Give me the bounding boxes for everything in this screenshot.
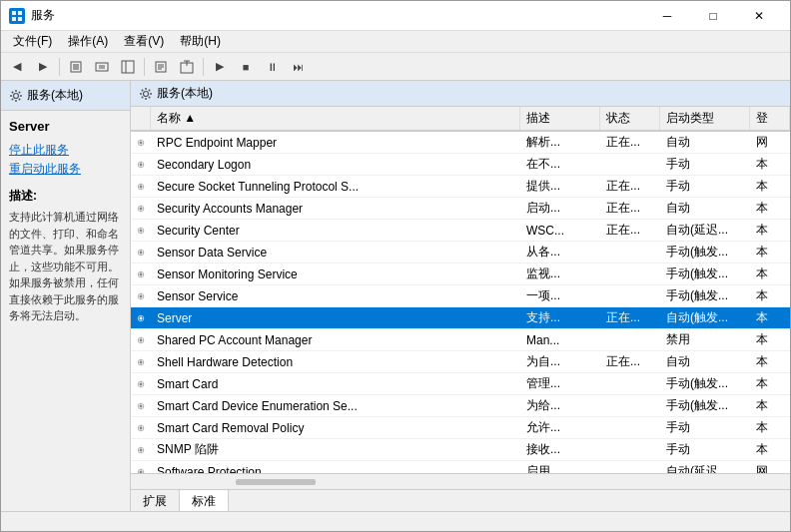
row-desc: 监视... xyxy=(520,264,600,284)
menu-help[interactable]: 帮助(H) xyxy=(172,31,229,52)
row-startup: 手动(触发... xyxy=(660,264,750,284)
table-row[interactable]: Secure Socket Tunneling Protocol S...提供.… xyxy=(131,176,790,198)
svg-rect-3 xyxy=(18,17,22,21)
row-status xyxy=(600,461,660,473)
row-logon: 本 xyxy=(750,176,790,197)
table-row[interactable]: Security Accounts Manager启动...正在...自动本 xyxy=(131,198,790,220)
table-row[interactable]: Server支持...正在...自动(触发...本 xyxy=(131,307,790,329)
left-panel-title: 服务(本地) xyxy=(27,87,83,104)
row-startup: 自动 xyxy=(660,132,750,153)
row-desc: 一项... xyxy=(520,285,600,306)
row-name: Shell Hardware Detection xyxy=(151,351,520,372)
row-logon: 本 xyxy=(750,242,790,263)
svg-point-73 xyxy=(140,272,143,275)
horizontal-scrollbar[interactable] xyxy=(131,473,790,489)
service-icon xyxy=(137,158,145,172)
row-status xyxy=(600,329,660,350)
tab-expand[interactable]: 扩展 xyxy=(131,490,180,511)
row-icon xyxy=(131,132,151,153)
tab-standard[interactable]: 标准 xyxy=(180,490,229,511)
table-row[interactable]: Smart Card Device Enumeration Se...为给...… xyxy=(131,395,790,417)
table-row[interactable]: Sensor Service一项...手动(触发...本 xyxy=(131,285,790,307)
svg-point-26 xyxy=(19,91,21,93)
maximize-button[interactable]: □ xyxy=(690,1,736,31)
table-row[interactable]: Smart Card Removal Policy允许...手动本 xyxy=(131,417,790,439)
minimize-button[interactable]: ─ xyxy=(644,1,690,31)
row-desc: WSC... xyxy=(520,220,600,241)
col-header-icon xyxy=(131,107,151,130)
row-logon: 本 xyxy=(750,220,790,241)
col-header-desc[interactable]: 描述 xyxy=(520,107,600,130)
svg-point-115 xyxy=(140,426,143,429)
svg-rect-0 xyxy=(12,11,16,15)
col-header-logon[interactable]: 登 xyxy=(750,107,790,130)
table-row[interactable]: Shared PC Account ManagerMan...禁用本 xyxy=(131,329,790,351)
svg-point-49 xyxy=(140,185,143,188)
stop-button[interactable]: ■ xyxy=(234,56,258,78)
row-logon: 本 xyxy=(750,264,790,284)
row-startup: 手动(触发... xyxy=(660,373,750,394)
row-startup: 手动 xyxy=(660,439,750,460)
row-name: Shared PC Account Manager xyxy=(151,329,520,350)
export-button[interactable] xyxy=(175,56,199,78)
back-button[interactable]: ◀ xyxy=(5,56,29,78)
service-icon xyxy=(137,311,145,325)
show-button[interactable] xyxy=(90,56,114,78)
map-button[interactable] xyxy=(116,56,140,78)
row-status xyxy=(600,285,660,306)
pause-button[interactable]: ⏸ xyxy=(260,56,284,78)
up-button[interactable] xyxy=(64,56,88,78)
svg-point-35 xyxy=(149,89,151,91)
table-row[interactable]: SNMP 陷阱接收...手动本 xyxy=(131,439,790,461)
row-startup: 手动 xyxy=(660,176,750,197)
row-startup: 自动(触发... xyxy=(660,307,750,328)
menu-view[interactable]: 查看(V) xyxy=(116,31,172,52)
toolbar-separator-1 xyxy=(59,58,60,76)
restart-button[interactable]: ⏭ xyxy=(286,56,310,78)
menu-action[interactable]: 操作(A) xyxy=(60,31,116,52)
selected-service-name: Server xyxy=(9,119,122,134)
table-row[interactable]: Sensor Data Service从各...手动(触发...本 xyxy=(131,242,790,264)
forward-button[interactable]: ▶ xyxy=(31,56,55,78)
svg-rect-132 xyxy=(136,479,785,485)
table-row[interactable]: Shell Hardware Detection为自...正在...自动本 xyxy=(131,351,790,373)
row-startup: 手动(触发... xyxy=(660,395,750,416)
row-logon: 本 xyxy=(750,439,790,460)
right-panel-header: 服务(本地) xyxy=(131,81,790,107)
bottom-tabs: 扩展 标准 xyxy=(131,489,790,511)
row-name: Software Protection xyxy=(151,461,520,473)
app-icon xyxy=(9,8,25,24)
row-desc: 从各... xyxy=(520,242,600,263)
restart-service-link[interactable]: 重启动此服务 xyxy=(9,161,122,178)
service-description: 支持此计算机通过网络的文件、打印、和命名管道共享。如果服务停止，这些功能不可用。… xyxy=(9,209,122,324)
close-button[interactable]: ✕ xyxy=(736,1,782,31)
row-startup: 自动 xyxy=(660,198,750,219)
svg-point-37 xyxy=(140,141,143,144)
play-button[interactable]: ▶ xyxy=(208,56,232,78)
service-icon xyxy=(137,355,145,369)
row-logon: 本 xyxy=(750,307,790,328)
svg-point-22 xyxy=(20,95,22,97)
services-icon xyxy=(9,89,23,103)
row-name: Secure Socket Tunneling Protocol S... xyxy=(151,176,520,197)
col-header-status[interactable]: 状态 xyxy=(600,107,660,130)
table-row[interactable]: Smart Card管理...手动(触发...本 xyxy=(131,373,790,395)
stop-service-link[interactable]: 停止此服务 xyxy=(9,142,122,159)
svg-point-28 xyxy=(145,88,147,90)
col-header-name[interactable]: 名称 ▲ xyxy=(151,107,520,130)
table-row[interactable]: RPC Endpoint Mapper解析...正在...自动网 xyxy=(131,132,790,154)
table-row[interactable]: Software Protection启用 ...自动(延迟...网 xyxy=(131,461,790,473)
service-icon xyxy=(137,180,145,194)
description-label: 描述: xyxy=(9,188,122,205)
services-table[interactable]: 名称 ▲ 描述 状态 启动类型 登 RPC Endpoint Mapper解析.… xyxy=(131,107,790,473)
right-panel-title: 服务(本地) xyxy=(157,85,213,102)
row-icon xyxy=(131,307,151,328)
menu-file[interactable]: 文件(F) xyxy=(5,31,60,52)
table-row[interactable]: Security CenterWSC...正在...自动(延迟...本 xyxy=(131,220,790,242)
row-icon xyxy=(131,351,151,372)
table-row[interactable]: Sensor Monitoring Service监视...手动(触发...本 xyxy=(131,264,790,285)
properties-button[interactable] xyxy=(149,56,173,78)
col-header-startup[interactable]: 启动类型 xyxy=(660,107,750,130)
svg-point-103 xyxy=(140,382,143,385)
table-row[interactable]: Secondary Logon在不...手动本 xyxy=(131,154,790,176)
